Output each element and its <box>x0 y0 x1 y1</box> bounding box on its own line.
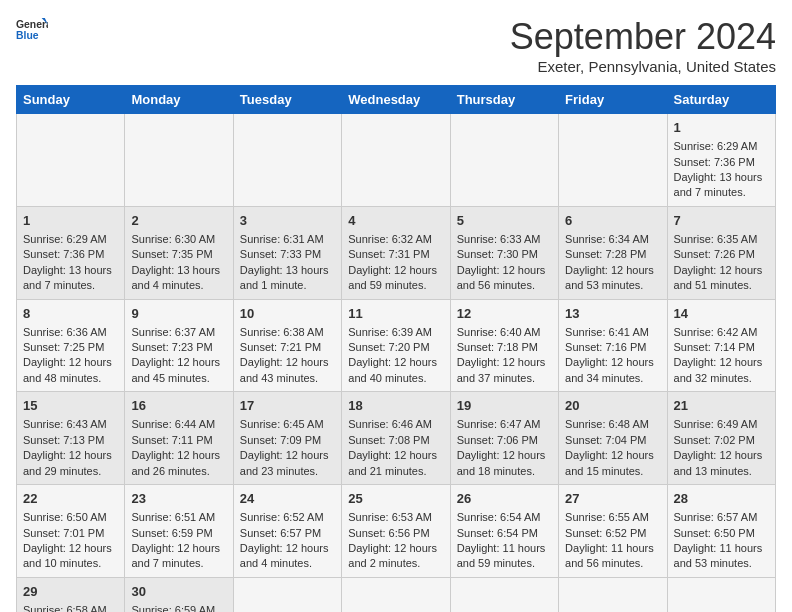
sunset-text: Sunset: 7:31 PM <box>348 248 429 260</box>
calendar-cell <box>450 577 558 612</box>
sunrise-text: Sunrise: 6:46 AM <box>348 418 432 430</box>
daylight-text: Daylight: 13 hours and 7 minutes. <box>674 171 763 198</box>
calendar-cell <box>125 114 233 207</box>
calendar-cell <box>342 577 450 612</box>
sunset-text: Sunset: 7:16 PM <box>565 341 646 353</box>
calendar-cell: 27Sunrise: 6:55 AMSunset: 6:52 PMDayligh… <box>559 485 667 578</box>
day-number: 7 <box>674 212 769 230</box>
calendar-week-row: 29Sunrise: 6:58 AMSunset: 6:49 PMDayligh… <box>17 577 776 612</box>
day-number: 15 <box>23 397 118 415</box>
daylight-text: Daylight: 12 hours and 43 minutes. <box>240 356 329 383</box>
daylight-text: Daylight: 12 hours and 2 minutes. <box>348 542 437 569</box>
calendar-cell: 16Sunrise: 6:44 AMSunset: 7:11 PMDayligh… <box>125 392 233 485</box>
sunrise-text: Sunrise: 6:54 AM <box>457 511 541 523</box>
daylight-text: Daylight: 12 hours and 34 minutes. <box>565 356 654 383</box>
header: General Blue September 2024 Exeter, Penn… <box>16 16 776 75</box>
calendar-cell: 28Sunrise: 6:57 AMSunset: 6:50 PMDayligh… <box>667 485 775 578</box>
sunset-text: Sunset: 7:35 PM <box>131 248 212 260</box>
sunset-text: Sunset: 7:21 PM <box>240 341 321 353</box>
sunrise-text: Sunrise: 6:58 AM <box>23 604 107 612</box>
day-number: 30 <box>131 583 226 601</box>
sunrise-text: Sunrise: 6:52 AM <box>240 511 324 523</box>
daylight-text: Daylight: 12 hours and 48 minutes. <box>23 356 112 383</box>
sunrise-text: Sunrise: 6:34 AM <box>565 233 649 245</box>
weekday-header-monday: Monday <box>125 86 233 114</box>
daylight-text: Daylight: 12 hours and 37 minutes. <box>457 356 546 383</box>
weekday-header-thursday: Thursday <box>450 86 558 114</box>
day-number: 14 <box>674 305 769 323</box>
sunset-text: Sunset: 7:25 PM <box>23 341 104 353</box>
calendar-cell: 17Sunrise: 6:45 AMSunset: 7:09 PMDayligh… <box>233 392 341 485</box>
day-number: 3 <box>240 212 335 230</box>
sunset-text: Sunset: 7:04 PM <box>565 434 646 446</box>
sunset-text: Sunset: 6:57 PM <box>240 527 321 539</box>
calendar-cell: 6Sunrise: 6:34 AMSunset: 7:28 PMDaylight… <box>559 206 667 299</box>
day-number: 6 <box>565 212 660 230</box>
sunset-text: Sunset: 7:20 PM <box>348 341 429 353</box>
location-title: Exeter, Pennsylvania, United States <box>510 58 776 75</box>
calendar-cell <box>559 114 667 207</box>
sunrise-text: Sunrise: 6:36 AM <box>23 326 107 338</box>
calendar-week-row: 1Sunrise: 6:29 AMSunset: 7:36 PMDaylight… <box>17 114 776 207</box>
day-number: 2 <box>131 212 226 230</box>
daylight-text: Daylight: 12 hours and 56 minutes. <box>457 264 546 291</box>
day-number: 18 <box>348 397 443 415</box>
calendar-cell: 19Sunrise: 6:47 AMSunset: 7:06 PMDayligh… <box>450 392 558 485</box>
sunrise-text: Sunrise: 6:47 AM <box>457 418 541 430</box>
sunrise-text: Sunrise: 6:33 AM <box>457 233 541 245</box>
daylight-text: Daylight: 12 hours and 18 minutes. <box>457 449 546 476</box>
sunset-text: Sunset: 7:18 PM <box>457 341 538 353</box>
title-area: September 2024 Exeter, Pennsylvania, Uni… <box>510 16 776 75</box>
weekday-header-sunday: Sunday <box>17 86 125 114</box>
sunrise-text: Sunrise: 6:31 AM <box>240 233 324 245</box>
sunrise-text: Sunrise: 6:29 AM <box>23 233 107 245</box>
calendar-cell: 3Sunrise: 6:31 AMSunset: 7:33 PMDaylight… <box>233 206 341 299</box>
day-number: 22 <box>23 490 118 508</box>
calendar-cell: 4Sunrise: 6:32 AMSunset: 7:31 PMDaylight… <box>342 206 450 299</box>
sunset-text: Sunset: 7:26 PM <box>674 248 755 260</box>
sunrise-text: Sunrise: 6:37 AM <box>131 326 215 338</box>
day-number: 8 <box>23 305 118 323</box>
sunrise-text: Sunrise: 6:43 AM <box>23 418 107 430</box>
calendar-cell: 18Sunrise: 6:46 AMSunset: 7:08 PMDayligh… <box>342 392 450 485</box>
sunset-text: Sunset: 7:09 PM <box>240 434 321 446</box>
calendar-cell <box>17 114 125 207</box>
sunset-text: Sunset: 7:36 PM <box>23 248 104 260</box>
sunset-text: Sunset: 6:50 PM <box>674 527 755 539</box>
day-number: 9 <box>131 305 226 323</box>
logo-icon: General Blue <box>16 16 48 44</box>
sunset-text: Sunset: 7:02 PM <box>674 434 755 446</box>
sunrise-text: Sunrise: 6:50 AM <box>23 511 107 523</box>
calendar-cell <box>233 114 341 207</box>
sunset-text: Sunset: 6:59 PM <box>131 527 212 539</box>
daylight-text: Daylight: 12 hours and 29 minutes. <box>23 449 112 476</box>
sunrise-text: Sunrise: 6:45 AM <box>240 418 324 430</box>
sunrise-text: Sunrise: 6:59 AM <box>131 604 215 612</box>
daylight-text: Daylight: 12 hours and 10 minutes. <box>23 542 112 569</box>
daylight-text: Daylight: 13 hours and 1 minute. <box>240 264 329 291</box>
day-number: 12 <box>457 305 552 323</box>
sunset-text: Sunset: 7:30 PM <box>457 248 538 260</box>
daylight-text: Daylight: 11 hours and 56 minutes. <box>565 542 654 569</box>
daylight-text: Daylight: 12 hours and 23 minutes. <box>240 449 329 476</box>
daylight-text: Daylight: 12 hours and 15 minutes. <box>565 449 654 476</box>
sunrise-text: Sunrise: 6:41 AM <box>565 326 649 338</box>
calendar-cell: 2Sunrise: 6:30 AMSunset: 7:35 PMDaylight… <box>125 206 233 299</box>
sunrise-text: Sunrise: 6:49 AM <box>674 418 758 430</box>
calendar-cell <box>667 577 775 612</box>
sunrise-text: Sunrise: 6:42 AM <box>674 326 758 338</box>
calendar-cell: 1Sunrise: 6:29 AMSunset: 7:36 PMDaylight… <box>667 114 775 207</box>
sunrise-text: Sunrise: 6:48 AM <box>565 418 649 430</box>
sunset-text: Sunset: 6:56 PM <box>348 527 429 539</box>
sunset-text: Sunset: 7:33 PM <box>240 248 321 260</box>
weekday-header-saturday: Saturday <box>667 86 775 114</box>
day-number: 27 <box>565 490 660 508</box>
weekday-header-wednesday: Wednesday <box>342 86 450 114</box>
calendar-cell: 8Sunrise: 6:36 AMSunset: 7:25 PMDaylight… <box>17 299 125 392</box>
sunset-text: Sunset: 7:23 PM <box>131 341 212 353</box>
sunrise-text: Sunrise: 6:51 AM <box>131 511 215 523</box>
calendar-cell: 11Sunrise: 6:39 AMSunset: 7:20 PMDayligh… <box>342 299 450 392</box>
day-number: 5 <box>457 212 552 230</box>
calendar-cell <box>342 114 450 207</box>
day-number: 29 <box>23 583 118 601</box>
